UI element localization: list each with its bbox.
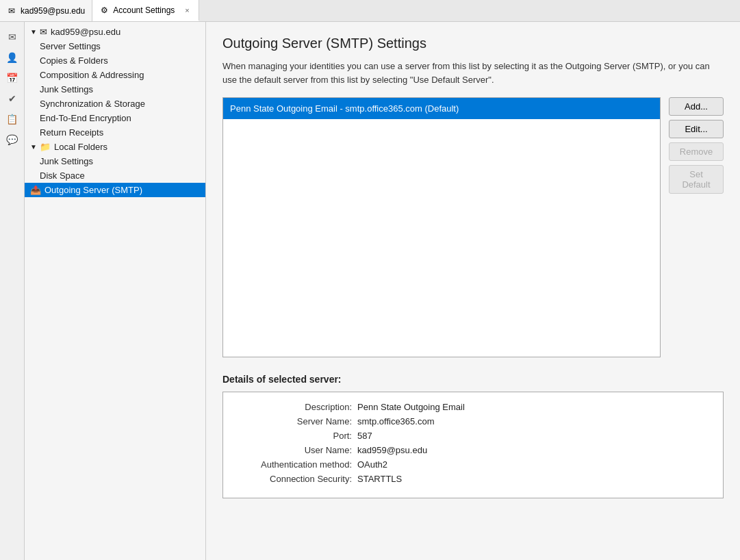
tab-email[interactable]: ✉ kad959@psu.edu [0, 0, 92, 21]
remove-button[interactable]: Remove [669, 142, 724, 161]
folder-icon: 📁 [40, 142, 51, 152]
tree-junk-settings-local[interactable]: Junk Settings [25, 154, 205, 168]
tree-sync-storage[interactable]: Synchronization & Storage [25, 97, 205, 111]
tree-e2e-encryption-label: End-To-End Encryption [40, 113, 131, 123]
tree-return-receipts[interactable]: Return Receipts [25, 125, 205, 140]
server-list-box[interactable]: Penn State Outgoing Email - smtp.office3… [222, 97, 661, 357]
chat-icon-button[interactable]: 💬 [3, 130, 22, 149]
tree-sync-storage-label: Synchronization & Storage [40, 99, 145, 109]
tree-disk-space-label: Disk Space [40, 170, 85, 181]
connection-security-label: Connection Security: [234, 474, 357, 484]
server-action-buttons: Add... Edit... Remove Set Default [669, 97, 724, 194]
details-section: Details of selected server: Description:… [222, 374, 724, 498]
page-description: When managing your identities you can us… [222, 60, 724, 86]
tree-return-receipts-label: Return Receipts [40, 127, 103, 138]
port-value: 587 [357, 431, 372, 441]
server-list-item[interactable]: Penn State Outgoing Email - smtp.office3… [223, 98, 660, 119]
auth-method-value: OAuth2 [357, 459, 387, 470]
details-row-auth-method: Authentication method: OAuth2 [234, 459, 712, 470]
description-label: Description: [234, 402, 357, 412]
email-tab-icon: ✉ [7, 6, 16, 16]
tree-junk-settings-local-label: Junk Settings [40, 156, 93, 166]
tree-local-folders-label: Local Folders [54, 142, 107, 152]
tree-outgoing-server-smtp[interactable]: 📤 Outgoing Server (SMTP) [25, 183, 205, 197]
content-area: Outgoing Server (SMTP) Settings When man… [206, 22, 740, 560]
sidebar-icons: ✉ 👤 📅 ✔ 📋 💬 [0, 22, 25, 560]
set-default-button[interactable]: Set Default [669, 165, 724, 194]
description-value: Penn State Outgoing Email [357, 402, 465, 412]
settings-tab-icon: ⚙ [99, 5, 109, 15]
tree-composition-addressing-label: Composition & Addressing [40, 70, 144, 80]
tree-composition-addressing[interactable]: Composition & Addressing [25, 68, 205, 82]
tab-account-settings-label: Account Settings [113, 5, 175, 15]
tree-junk-settings-account-label: Junk Settings [40, 84, 93, 94]
details-title: Details of selected server: [222, 374, 724, 385]
edit-button[interactable]: Edit... [669, 120, 724, 138]
details-row-user-name: User Name: kad959@psu.edu [234, 445, 712, 455]
tree-server-settings-label: Server Settings [40, 41, 101, 51]
smtp-icon: 📤 [30, 185, 41, 195]
mail-icon-button[interactable]: ✉ [3, 27, 22, 47]
details-row-description: Description: Penn State Outgoing Email [234, 402, 712, 412]
tab-email-label: kad959@psu.edu [21, 6, 85, 16]
server-list-container: Penn State Outgoing Email - smtp.office3… [222, 97, 724, 357]
page-title: Outgoing Server (SMTP) Settings [222, 36, 724, 51]
server-name-value: smtp.office365.com [357, 416, 434, 427]
tree-panel: ▼ ✉ kad959@psu.edu Server Settings Copie… [25, 22, 206, 560]
details-row-port: Port: 587 [234, 431, 712, 441]
details-row-server-name: Server Name: smtp.office365.com [234, 416, 712, 427]
tree-local-folders-root[interactable]: ▼ 📁 Local Folders [25, 140, 205, 154]
tree-junk-settings-account[interactable]: Junk Settings [25, 82, 205, 97]
tree-server-settings[interactable]: Server Settings [25, 39, 205, 53]
title-bar: ✉ kad959@psu.edu ⚙ Account Settings × [0, 0, 740, 22]
tree-outgoing-server-label: Outgoing Server (SMTP) [44, 185, 142, 195]
tree-copies-folders[interactable]: Copies & Folders [25, 53, 205, 68]
contacts-icon-button[interactable]: 👤 [3, 48, 22, 67]
tree-account-label: kad959@psu.edu [51, 27, 120, 37]
auth-method-label: Authentication method: [234, 459, 357, 470]
user-name-value: kad959@psu.edu [357, 445, 427, 455]
chevron-local-icon: ▼ [30, 143, 40, 151]
server-name-label: Server Name: [234, 416, 357, 427]
calendar-icon-button[interactable]: 📅 [3, 68, 22, 88]
tab-account-settings[interactable]: ⚙ Account Settings × [92, 0, 199, 21]
tree-e2e-encryption[interactable]: End-To-End Encryption [25, 111, 205, 125]
port-label: Port: [234, 431, 357, 441]
details-row-connection-security: Connection Security: STARTTLS [234, 474, 712, 484]
account-icon: ✉ [40, 27, 47, 37]
notes-icon-button[interactable]: 📋 [3, 110, 22, 129]
add-button[interactable]: Add... [669, 97, 724, 116]
main-layout: ✉ 👤 📅 ✔ 📋 💬 ▼ ✉ kad959@psu.edu Server Se… [0, 22, 740, 560]
details-box: Description: Penn State Outgoing Email S… [222, 392, 724, 498]
close-tab-button[interactable]: × [183, 5, 191, 15]
tree-disk-space[interactable]: Disk Space [25, 168, 205, 183]
chevron-icon: ▼ [30, 28, 40, 36]
tasks-icon-button[interactable]: ✔ [3, 89, 22, 108]
user-name-label: User Name: [234, 445, 357, 455]
tree-account-root[interactable]: ▼ ✉ kad959@psu.edu [25, 25, 205, 39]
tree-copies-folders-label: Copies & Folders [40, 55, 108, 66]
connection-security-value: STARTTLS [357, 474, 402, 484]
